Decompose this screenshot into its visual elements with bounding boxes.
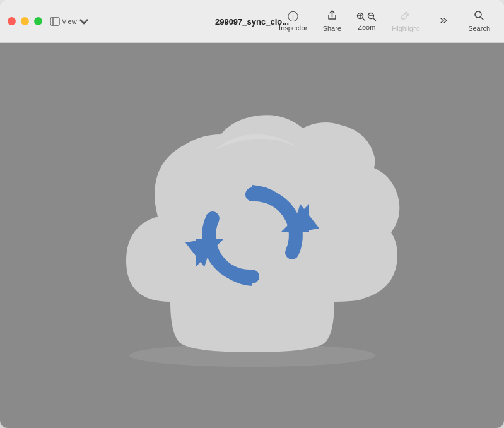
sync-icon bbox=[180, 163, 325, 308]
sidebar-icon bbox=[50, 16, 60, 27]
search-label: Search bbox=[468, 25, 490, 32]
search-icon bbox=[474, 10, 484, 23]
svg-line-3 bbox=[363, 18, 365, 20]
svg-rect-0 bbox=[50, 18, 59, 25]
view-label: View bbox=[62, 18, 77, 25]
more-options-button[interactable] bbox=[428, 8, 459, 35]
highlight-button[interactable]: Highlight bbox=[385, 8, 425, 35]
maximize-button[interactable] bbox=[34, 17, 42, 25]
window-title-text: 299097_sync_clo... bbox=[215, 16, 289, 26]
cloud-image bbox=[88, 100, 416, 371]
highlight-label: Highlight bbox=[392, 25, 419, 32]
main-content bbox=[0, 43, 504, 428]
svg-line-7 bbox=[373, 18, 376, 20]
svg-line-9 bbox=[405, 13, 407, 16]
main-window: View 299097_sync_clo... ⓘ Inspector bbox=[0, 0, 504, 428]
window-title: 299097_sync_clo... bbox=[215, 16, 289, 26]
chevron-down-icon bbox=[79, 16, 89, 27]
share-button[interactable]: Share bbox=[316, 8, 348, 35]
close-button[interactable] bbox=[8, 17, 16, 25]
traffic-lights bbox=[8, 17, 42, 25]
zoom-icon bbox=[356, 12, 377, 21]
share-label: Share bbox=[323, 25, 341, 32]
toolbar-right: ⓘ Inspector Share bbox=[273, 8, 496, 35]
titlebar: View 299097_sync_clo... ⓘ Inspector bbox=[0, 0, 504, 43]
chevron-right-double-icon bbox=[438, 15, 449, 28]
search-button[interactable]: Search bbox=[462, 8, 496, 35]
zoom-button[interactable]: Zoom bbox=[350, 8, 383, 35]
zoom-label: Zoom bbox=[358, 23, 375, 31]
inspector-icon: ⓘ bbox=[288, 11, 298, 22]
svg-line-11 bbox=[481, 17, 483, 20]
minimize-button[interactable] bbox=[21, 17, 29, 25]
view-toggle-button[interactable]: View bbox=[50, 16, 89, 27]
highlight-icon bbox=[400, 10, 411, 23]
share-icon bbox=[327, 10, 337, 23]
